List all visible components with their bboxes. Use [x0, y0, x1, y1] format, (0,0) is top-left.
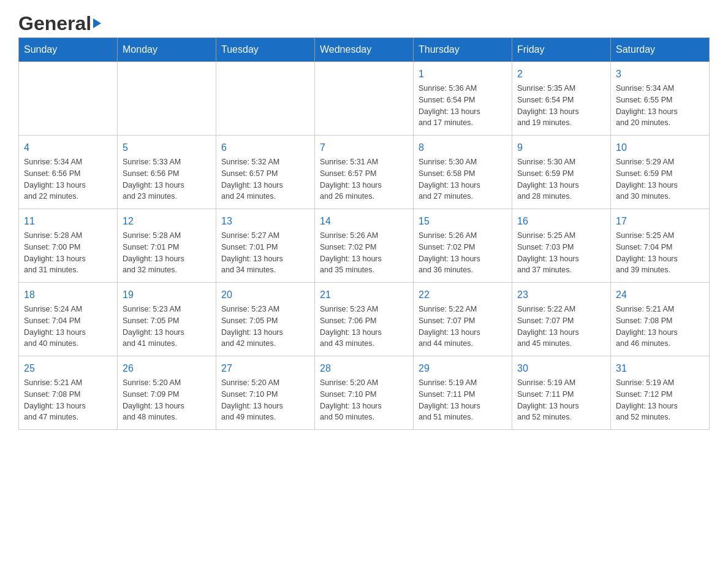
- day-header-wednesday: Wednesday: [315, 38, 414, 62]
- calendar-day-16: 16Sunrise: 5:25 AMSunset: 7:03 PMDayligh…: [512, 209, 611, 283]
- day-number: 3: [616, 67, 704, 82]
- calendar-day-25: 25Sunrise: 5:21 AMSunset: 7:08 PMDayligh…: [19, 356, 118, 430]
- days-of-week-row: SundayMondayTuesdayWednesdayThursdayFrid…: [19, 38, 710, 62]
- day-info: Sunrise: 5:25 AMSunset: 7:04 PMDaylight:…: [616, 230, 704, 276]
- day-header-tuesday: Tuesday: [216, 38, 315, 62]
- day-number: 29: [419, 361, 507, 376]
- day-info: Sunrise: 5:28 AMSunset: 7:01 PMDaylight:…: [123, 230, 211, 276]
- day-number: 11: [24, 214, 112, 229]
- day-info: Sunrise: 5:20 AMSunset: 7:10 PMDaylight:…: [221, 377, 309, 423]
- day-number: 30: [517, 361, 605, 376]
- day-info: Sunrise: 5:27 AMSunset: 7:01 PMDaylight:…: [221, 230, 309, 276]
- day-header-thursday: Thursday: [414, 38, 512, 62]
- calendar-day-30: 30Sunrise: 5:19 AMSunset: 7:11 PMDayligh…: [512, 356, 611, 430]
- calendar-day-22: 22Sunrise: 5:22 AMSunset: 7:07 PMDayligh…: [414, 283, 512, 356]
- calendar-day-26: 26Sunrise: 5:20 AMSunset: 7:09 PMDayligh…: [118, 356, 216, 430]
- calendar-day-27: 27Sunrise: 5:20 AMSunset: 7:10 PMDayligh…: [216, 356, 315, 430]
- day-info: Sunrise: 5:19 AMSunset: 7:11 PMDaylight:…: [419, 377, 507, 423]
- calendar-day-1: 1Sunrise: 5:36 AMSunset: 6:54 PMDaylight…: [414, 62, 512, 136]
- calendar-day-10: 10Sunrise: 5:29 AMSunset: 6:59 PMDayligh…: [611, 136, 710, 209]
- day-number: 13: [221, 214, 309, 229]
- calendar-body: 1Sunrise: 5:36 AMSunset: 6:54 PMDaylight…: [19, 62, 710, 430]
- calendar-day-20: 20Sunrise: 5:23 AMSunset: 7:05 PMDayligh…: [216, 283, 315, 356]
- day-info: Sunrise: 5:34 AMSunset: 6:55 PMDaylight:…: [616, 83, 704, 129]
- day-number: 25: [24, 361, 112, 376]
- day-info: Sunrise: 5:30 AMSunset: 6:58 PMDaylight:…: [419, 156, 507, 202]
- calendar-day-6: 6Sunrise: 5:32 AMSunset: 6:57 PMDaylight…: [216, 136, 315, 209]
- calendar-week-1: 1Sunrise: 5:36 AMSunset: 6:54 PMDaylight…: [19, 62, 710, 136]
- logo-triangle-icon: [93, 18, 101, 28]
- calendar-day-31: 31Sunrise: 5:19 AMSunset: 7:12 PMDayligh…: [611, 356, 710, 430]
- day-info: Sunrise: 5:32 AMSunset: 6:57 PMDaylight:…: [221, 156, 309, 202]
- calendar-day-19: 19Sunrise: 5:23 AMSunset: 7:05 PMDayligh…: [118, 283, 216, 356]
- calendar-day-3: 3Sunrise: 5:34 AMSunset: 6:55 PMDaylight…: [611, 62, 710, 136]
- day-number: 4: [24, 140, 112, 155]
- day-number: 23: [517, 288, 605, 302]
- day-number: 27: [221, 361, 309, 376]
- day-info: Sunrise: 5:23 AMSunset: 7:06 PMDaylight:…: [320, 304, 408, 350]
- calendar-day-18: 18Sunrise: 5:24 AMSunset: 7:04 PMDayligh…: [19, 283, 118, 356]
- day-info: Sunrise: 5:20 AMSunset: 7:09 PMDaylight:…: [123, 377, 211, 423]
- day-number: 6: [221, 140, 309, 155]
- day-info: Sunrise: 5:22 AMSunset: 7:07 PMDaylight:…: [517, 304, 605, 350]
- day-number: 9: [517, 140, 605, 155]
- calendar-day-17: 17Sunrise: 5:25 AMSunset: 7:04 PMDayligh…: [611, 209, 710, 283]
- day-info: Sunrise: 5:19 AMSunset: 7:11 PMDaylight:…: [517, 377, 605, 423]
- day-info: Sunrise: 5:26 AMSunset: 7:02 PMDaylight:…: [419, 230, 507, 276]
- calendar-day-7: 7Sunrise: 5:31 AMSunset: 6:57 PMDaylight…: [315, 136, 414, 209]
- day-number: 1: [419, 67, 507, 82]
- calendar-day-21: 21Sunrise: 5:23 AMSunset: 7:06 PMDayligh…: [315, 283, 414, 356]
- day-number: 26: [123, 361, 211, 376]
- calendar-day-12: 12Sunrise: 5:28 AMSunset: 7:01 PMDayligh…: [118, 209, 216, 283]
- day-info: Sunrise: 5:21 AMSunset: 7:08 PMDaylight:…: [616, 304, 704, 350]
- day-header-monday: Monday: [118, 38, 216, 62]
- day-info: Sunrise: 5:22 AMSunset: 7:07 PMDaylight:…: [419, 304, 507, 350]
- calendar-day-8: 8Sunrise: 5:30 AMSunset: 6:58 PMDaylight…: [414, 136, 512, 209]
- calendar-day-5: 5Sunrise: 5:33 AMSunset: 6:56 PMDaylight…: [118, 136, 216, 209]
- calendar-day-4: 4Sunrise: 5:34 AMSunset: 6:56 PMDaylight…: [19, 136, 118, 209]
- day-number: 19: [123, 288, 211, 302]
- day-info: Sunrise: 5:30 AMSunset: 6:59 PMDaylight:…: [517, 156, 605, 202]
- day-info: Sunrise: 5:34 AMSunset: 6:56 PMDaylight:…: [24, 156, 112, 202]
- day-number: 24: [616, 288, 704, 302]
- calendar-day-24: 24Sunrise: 5:21 AMSunset: 7:08 PMDayligh…: [611, 283, 710, 356]
- calendar-day-29: 29Sunrise: 5:19 AMSunset: 7:11 PMDayligh…: [414, 356, 512, 430]
- day-info: Sunrise: 5:35 AMSunset: 6:54 PMDaylight:…: [517, 83, 605, 129]
- day-number: 7: [320, 140, 408, 155]
- day-number: 17: [616, 214, 704, 229]
- day-number: 5: [123, 140, 211, 155]
- calendar-day-14: 14Sunrise: 5:26 AMSunset: 7:02 PMDayligh…: [315, 209, 414, 283]
- day-info: Sunrise: 5:26 AMSunset: 7:02 PMDaylight:…: [320, 230, 408, 276]
- day-number: 20: [221, 288, 309, 302]
- empty-cell: [216, 62, 315, 136]
- day-number: 2: [517, 67, 605, 82]
- calendar-day-9: 9Sunrise: 5:30 AMSunset: 6:59 PMDaylight…: [512, 136, 611, 209]
- day-number: 31: [616, 361, 704, 376]
- calendar-day-23: 23Sunrise: 5:22 AMSunset: 7:07 PMDayligh…: [512, 283, 611, 356]
- calendar-table: SundayMondayTuesdayWednesdayThursdayFrid…: [18, 37, 710, 430]
- calendar-header: SundayMondayTuesdayWednesdayThursdayFrid…: [19, 38, 710, 62]
- page-header: General: [18, 12, 710, 31]
- logo-general: General: [18, 12, 91, 35]
- day-number: 22: [419, 288, 507, 302]
- calendar-week-4: 18Sunrise: 5:24 AMSunset: 7:04 PMDayligh…: [19, 283, 710, 356]
- day-header-friday: Friday: [512, 38, 611, 62]
- calendar-day-13: 13Sunrise: 5:27 AMSunset: 7:01 PMDayligh…: [216, 209, 315, 283]
- day-info: Sunrise: 5:24 AMSunset: 7:04 PMDaylight:…: [24, 304, 112, 350]
- day-info: Sunrise: 5:19 AMSunset: 7:12 PMDaylight:…: [616, 377, 704, 423]
- day-info: Sunrise: 5:23 AMSunset: 7:05 PMDaylight:…: [123, 304, 211, 350]
- day-number: 12: [123, 214, 211, 229]
- day-number: 10: [616, 140, 704, 155]
- day-info: Sunrise: 5:20 AMSunset: 7:10 PMDaylight:…: [320, 377, 408, 423]
- logo: General: [18, 12, 101, 31]
- day-header-saturday: Saturday: [611, 38, 710, 62]
- empty-cell: [19, 62, 118, 136]
- calendar-day-28: 28Sunrise: 5:20 AMSunset: 7:10 PMDayligh…: [315, 356, 414, 430]
- day-info: Sunrise: 5:29 AMSunset: 6:59 PMDaylight:…: [616, 156, 704, 202]
- calendar-day-11: 11Sunrise: 5:28 AMSunset: 7:00 PMDayligh…: [19, 209, 118, 283]
- day-header-sunday: Sunday: [19, 38, 118, 62]
- day-number: 28: [320, 361, 408, 376]
- day-number: 21: [320, 288, 408, 302]
- calendar-day-15: 15Sunrise: 5:26 AMSunset: 7:02 PMDayligh…: [414, 209, 512, 283]
- day-info: Sunrise: 5:21 AMSunset: 7:08 PMDaylight:…: [24, 377, 112, 423]
